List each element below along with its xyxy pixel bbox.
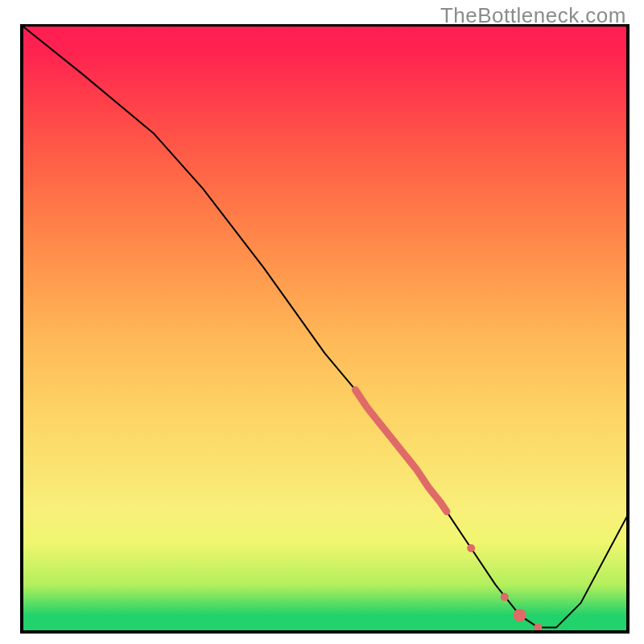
plot-area (20, 24, 630, 634)
plot-frame (20, 24, 630, 634)
chart-container: TheBottleneck.com (0, 0, 644, 644)
